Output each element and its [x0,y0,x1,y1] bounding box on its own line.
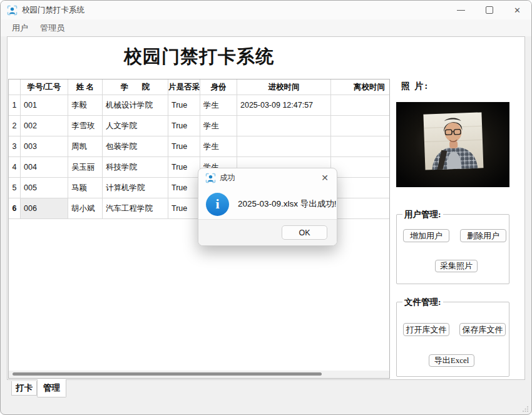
col-header-id[interactable]: 学号/工号 [21,79,68,95]
tab-manage[interactable]: 管理 [37,379,66,397]
college-cell[interactable]: 科技学院 [103,157,168,178]
user-management-group: 用户管理: [396,214,509,284]
photo-label: 照 片: [401,81,429,92]
name-cell[interactable]: 吴玉丽 [68,157,103,178]
name-cell[interactable]: 马颖 [68,178,103,198]
window-controls: ✕ [447,1,531,19]
menu-item-admin[interactable]: 管理员 [34,21,70,36]
scrollbar-thumb[interactable] [13,372,322,376]
table-row[interactable]: 2002李雪玫人文学院True学生 [9,116,389,136]
row-number-cell[interactable]: 6 [9,198,21,219]
row-number-cell[interactable]: 1 [9,95,21,116]
dialog-app-icon [205,173,216,183]
minimize-button[interactable] [447,1,475,19]
dialog-titlebar: 成功 ✕ [198,168,337,187]
col-header-college[interactable]: 学 院 [103,79,168,95]
row-number-cell[interactable]: 2 [9,116,21,136]
entry-time-cell[interactable] [237,116,331,136]
name-cell[interactable]: 李毅 [68,95,103,116]
app-window: 校园门禁打卡系统 ✕ 用户 管理员 校园门禁打卡系统 学号/工号 姓 名 学 院… [0,0,532,415]
maximize-button[interactable] [475,1,503,19]
photo-flag-cell[interactable]: True [168,116,200,136]
name-cell[interactable]: 李雪玫 [68,116,103,136]
id-cell[interactable]: 005 [21,178,68,198]
id-cell[interactable]: 002 [21,116,68,136]
ok-button[interactable]: OK [282,225,327,240]
col-header-entry-time[interactable]: 进校时间 [237,79,331,95]
id-cell[interactable]: 006 [21,198,68,219]
college-cell[interactable]: 包装学院 [103,136,168,157]
capture-photo-button[interactable]: 采集照片 [435,260,478,272]
resize-grip-icon[interactable] [523,406,529,412]
close-icon: ✕ [514,6,521,14]
col-header-photo-flag[interactable]: 片是否采 [168,79,200,95]
user-photo [396,102,509,187]
open-library-button[interactable]: 打开库文件 [403,323,449,336]
table-row[interactable]: 1001李毅机械设计学院True学生2025-03-09 12:47:57 [9,95,389,116]
page-title: 校园门禁打卡系统 [8,44,390,69]
leave-time-cell[interactable] [331,198,390,219]
row-number-cell[interactable]: 5 [9,178,21,198]
dialog-close-button[interactable]: ✕ [319,172,330,183]
photo-flag-cell[interactable]: True [168,178,200,198]
table-row[interactable]: 3003周凯包装学院True学生 [9,136,389,157]
info-icon: i [206,193,229,216]
dialog-message: 2025-03-09.xlsx 导出成功! [238,198,337,210]
name-cell[interactable]: 胡小斌 [68,198,103,219]
row-number-cell[interactable]: 4 [9,157,21,178]
delete-user-button[interactable]: 删除用户 [460,229,506,242]
identity-cell[interactable]: 学生 [200,116,237,136]
col-header-leave-time[interactable]: 离校时间 [331,79,390,95]
id-cell[interactable]: 003 [21,136,68,157]
corner-header-cell [9,79,21,95]
leave-time-cell[interactable] [331,178,390,198]
window-title: 校园门禁打卡系统 [22,5,84,16]
col-header-identity[interactable]: 身份 [200,79,237,95]
app-icon [7,5,18,16]
dialog-title: 成功 [220,173,235,183]
entry-time-cell[interactable] [237,136,331,157]
leave-time-cell[interactable] [331,116,390,136]
photo-flag-cell[interactable]: True [168,95,200,116]
menubar: 用户 管理员 [1,19,531,36]
leave-time-cell[interactable] [331,95,390,116]
identity-cell[interactable]: 学生 [200,95,237,116]
leave-time-cell[interactable] [331,136,390,157]
maximize-icon [486,6,493,14]
table-header: 学号/工号 姓 名 学 院 片是否采 身份 进校时间 离校时间 [9,79,389,95]
titlebar: 校园门禁打卡系统 ✕ [1,1,531,20]
file-group-title: 文件管理: [402,297,443,308]
col-header-name[interactable]: 姓 名 [68,79,103,95]
tab-punch[interactable]: 打卡 [11,381,37,396]
row-number-cell[interactable]: 3 [9,136,21,157]
success-dialog: 成功 ✕ i 2025-03-09.xlsx 导出成功! OK [198,168,337,246]
name-cell[interactable]: 周凯 [68,136,103,157]
close-button[interactable]: ✕ [503,1,531,19]
identity-cell[interactable]: 学生 [200,136,237,157]
save-library-button[interactable]: 保存库文件 [459,323,506,336]
college-cell[interactable]: 汽车工程学院 [103,198,168,219]
add-user-button[interactable]: 增加用户 [403,229,449,242]
entry-time-cell[interactable]: 2025-03-09 12:47:57 [237,95,331,116]
export-excel-button[interactable]: 导出Excel [429,354,474,367]
user-group-title: 用户管理: [402,209,443,220]
photo-flag-cell[interactable]: True [168,136,200,157]
photo-flag-cell[interactable]: True [168,157,200,178]
leave-time-cell[interactable] [331,157,390,178]
college-cell[interactable]: 机械设计学院 [103,95,168,116]
dialog-footer: OK [198,219,337,245]
id-cell[interactable]: 004 [21,157,68,178]
college-cell[interactable]: 人文学院 [103,116,168,136]
dialog-body: i 2025-03-09.xlsx 导出成功! [198,187,337,221]
minimize-icon [457,10,465,11]
id-cell[interactable]: 001 [21,95,68,116]
photo-flag-cell[interactable]: True [168,198,200,219]
college-cell[interactable]: 计算机学院 [103,178,168,198]
horizontal-scrollbar[interactable] [9,371,389,378]
menu-item-user[interactable]: 用户 [6,21,34,36]
